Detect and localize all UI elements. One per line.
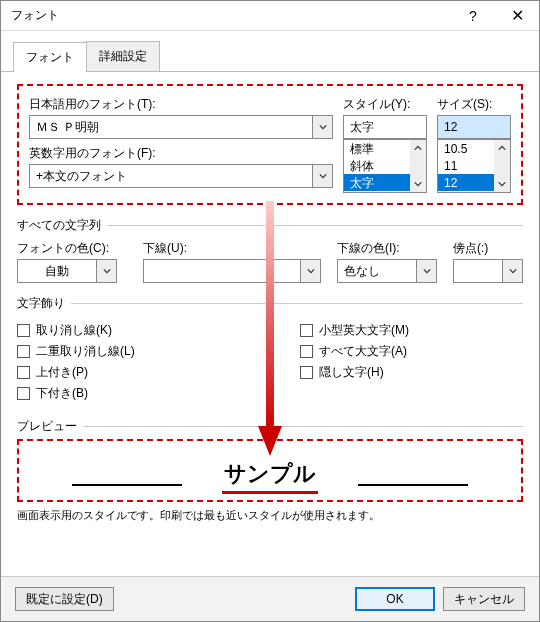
checkbox-strikethrough[interactable]: 取り消し線(K) <box>17 322 240 339</box>
underline-color-label: 下線の色(I): <box>337 240 437 257</box>
emphasis-combo[interactable] <box>453 259 523 283</box>
chevron-down-icon[interactable] <box>416 260 436 282</box>
checkbox-icon <box>17 366 30 379</box>
effects-group: 文字飾り 取り消し線(K) 二重取り消し線(L) 上付き(P) 下付き(B) 小… <box>17 295 523 406</box>
checkbox-icon <box>300 345 313 358</box>
chevron-down-icon[interactable] <box>410 176 426 192</box>
underline-color-combo[interactable]: 色なし <box>337 259 437 283</box>
checkbox-subscript[interactable]: 下付き(B) <box>17 385 240 402</box>
size-label: サイズ(S): <box>437 96 511 113</box>
dialog-footer: 既定に設定(D) OK キャンセル <box>1 576 539 621</box>
window-title: フォント <box>11 7 451 24</box>
style-listbox[interactable]: 標準 斜体 太字 <box>343 139 427 193</box>
font-color-combo[interactable]: 自動 <box>17 259 117 283</box>
tab-advanced[interactable]: 詳細設定 <box>86 41 160 71</box>
chevron-down-icon[interactable] <box>494 176 510 192</box>
chevron-down-icon[interactable] <box>96 260 116 282</box>
style-label: スタイル(Y): <box>343 96 427 113</box>
all-text-group: すべての文字列 フォントの色(C): 自動 下線(U): <box>17 217 523 283</box>
jp-font-combo[interactable]: ＭＳ Ｐ明朝 <box>29 115 333 139</box>
help-button[interactable]: ? <box>451 1 495 31</box>
style-input[interactable]: 太字 <box>343 115 427 139</box>
close-button[interactable]: ✕ <box>495 1 539 31</box>
set-default-button[interactable]: 既定に設定(D) <box>15 587 114 611</box>
preview-header: プレビュー <box>17 418 77 435</box>
checkbox-superscript[interactable]: 上付き(P) <box>17 364 240 381</box>
checkbox-icon <box>17 345 30 358</box>
underline-combo[interactable] <box>143 259 321 283</box>
checkbox-hidden[interactable]: 隠し文字(H) <box>300 364 523 381</box>
size-listbox[interactable]: 10.5 11 12 <box>437 139 511 193</box>
preview-underline-left <box>72 468 182 486</box>
chevron-up-icon[interactable] <box>494 140 510 156</box>
en-font-value: +本文のフォント <box>30 168 312 185</box>
dialog-body: 日本語用のフォント(T): ＭＳ Ｐ明朝 英数字用のフォント(F): +本文のフ… <box>1 72 539 535</box>
chevron-up-icon[interactable] <box>410 140 426 156</box>
underline-label: 下線(U): <box>143 240 321 257</box>
checkbox-icon <box>17 387 30 400</box>
chevron-down-icon[interactable] <box>312 165 332 187</box>
jp-font-label: 日本語用のフォント(T): <box>29 96 333 113</box>
checkbox-icon <box>300 324 313 337</box>
ok-button[interactable]: OK <box>355 587 435 611</box>
preview-sample-text: サンプル <box>222 459 318 494</box>
scrollbar[interactable] <box>494 140 510 192</box>
chevron-down-icon[interactable] <box>300 260 320 282</box>
preview-note: 画面表示用のスタイルです。印刷では最も近いスタイルが使用されます。 <box>17 508 523 523</box>
preview-highlight: サンプル <box>17 439 523 502</box>
en-font-label: 英数字用のフォント(F): <box>29 145 333 162</box>
checkbox-all-caps[interactable]: すべて大文字(A) <box>300 343 523 360</box>
font-dialog: フォント ? ✕ フォント 詳細設定 日本語用のフォント(T): ＭＳ Ｐ明朝 … <box>0 0 540 622</box>
tab-font[interactable]: フォント <box>13 42 87 72</box>
chevron-down-icon[interactable] <box>502 260 522 282</box>
font-color-label: フォントの色(C): <box>17 240 127 257</box>
checkbox-double-strikethrough[interactable]: 二重取り消し線(L) <box>17 343 240 360</box>
checkbox-icon <box>300 366 313 379</box>
emphasis-label: 傍点(:) <box>453 240 523 257</box>
titlebar: フォント ? ✕ <box>1 1 539 31</box>
jp-font-value: ＭＳ Ｐ明朝 <box>30 119 312 136</box>
scrollbar[interactable] <box>410 140 426 192</box>
effects-header: 文字飾り <box>17 295 65 312</box>
checkbox-icon <box>17 324 30 337</box>
cancel-button[interactable]: キャンセル <box>443 587 525 611</box>
preview-underline-right <box>358 468 468 486</box>
tab-bar: フォント 詳細設定 <box>1 31 539 72</box>
chevron-down-icon[interactable] <box>312 116 332 138</box>
preview-group: プレビュー サンプル 画面表示用のスタイルです。印刷では最も近いスタイルが使用さ… <box>17 418 523 523</box>
checkbox-small-caps[interactable]: 小型英大文字(M) <box>300 322 523 339</box>
en-font-combo[interactable]: +本文のフォント <box>29 164 333 188</box>
font-selection-highlight: 日本語用のフォント(T): ＭＳ Ｐ明朝 英数字用のフォント(F): +本文のフ… <box>17 84 523 205</box>
size-input[interactable]: 12 <box>437 115 511 139</box>
all-text-header: すべての文字列 <box>17 217 101 234</box>
